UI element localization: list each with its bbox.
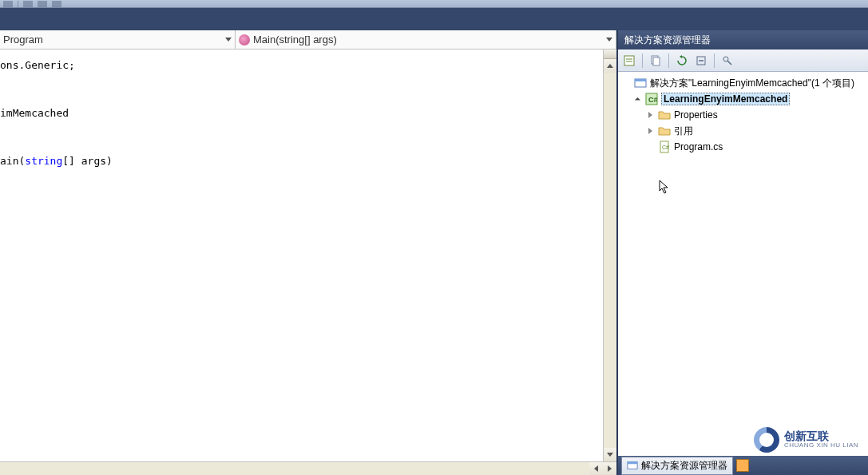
svg-rect-12	[628, 462, 637, 465]
main-toolbar[interactable]	[0, 0, 868, 8]
project-node[interactable]: C# LearningEnyimMemcached	[620, 91, 866, 107]
view-code-icon[interactable]	[719, 53, 735, 69]
code-editor[interactable]: ons.Generic; imMemcached ain(string[] ar…	[0, 49, 603, 461]
solution-node[interactable]: 解决方案"LearningEnyimMemcached"(1 个项目)	[620, 75, 866, 91]
member-dropdown[interactable]: Main(string[] args)	[236, 30, 616, 49]
svg-rect-6	[635, 79, 646, 81]
toolbox-tab-icon[interactable]	[736, 459, 749, 472]
toolbar-icon[interactable]	[38, 1, 47, 7]
chevron-left-icon	[594, 465, 598, 472]
code-line: imMemcached	[0, 107, 69, 119]
toolbar-icon[interactable]	[23, 1, 33, 7]
chevron-down-icon	[607, 453, 613, 457]
scroll-right-button[interactable]	[603, 462, 616, 475]
collapse-all-icon[interactable]	[693, 53, 709, 69]
properties-node[interactable]: Properties	[620, 107, 866, 123]
toolbar-separator	[18, 1, 18, 7]
scroll-up-button[interactable]	[604, 59, 616, 73]
toolbar-separator	[668, 53, 669, 68]
svg-rect-0	[624, 56, 634, 65]
properties-icon[interactable]	[621, 53, 637, 69]
csharp-project-icon: C#	[645, 93, 658, 105]
references-icon	[658, 125, 671, 137]
class-dropdown[interactable]: Program	[0, 30, 236, 49]
chevron-down-icon	[606, 38, 612, 42]
cs-file-icon: C#	[658, 141, 671, 153]
properties-label: Properties	[674, 109, 718, 121]
splitter-handle[interactable]	[604, 49, 616, 59]
member-dropdown-label: Main(string[] args)	[253, 34, 337, 46]
expander-icon[interactable]	[632, 94, 642, 104]
refresh-icon[interactable]	[674, 53, 690, 69]
expander-spacer	[645, 142, 655, 152]
watermark-logo-icon	[754, 427, 779, 453]
svg-text:C#: C#	[662, 144, 669, 150]
solution-label: 解决方案"LearningEnyimMemcached"(1 个项目)	[650, 77, 854, 90]
chevron-right-icon	[608, 465, 612, 472]
vertical-scrollbar[interactable]	[603, 49, 616, 461]
editor-nav-bar: Program Main(string[] args)	[0, 30, 616, 49]
toolbar-separator	[714, 53, 715, 68]
svg-rect-2	[653, 57, 660, 65]
chevron-down-icon	[225, 38, 232, 42]
references-label: 引用	[674, 125, 693, 138]
toolbar-separator	[642, 53, 643, 68]
footer-tab-label: 解决方案资源管理器	[641, 459, 727, 473]
file-label: Program.cs	[674, 141, 723, 152]
panel-title-text: 解决方案资源管理器	[624, 34, 711, 47]
solution-tree[interactable]: 解决方案"LearningEnyimMemcached"(1 个项目) C# L…	[618, 72, 868, 456]
solution-explorer-panel: 解决方案资源管理器	[616, 30, 868, 475]
watermark-cn: 创新互联	[784, 430, 858, 442]
code-line: ons.Generic;	[0, 59, 75, 71]
show-all-files-icon[interactable]	[648, 53, 664, 69]
expander-icon[interactable]	[645, 110, 655, 120]
class-dropdown-label: Program	[3, 34, 43, 46]
file-node[interactable]: C# Program.cs	[620, 139, 866, 155]
expander-icon[interactable]	[645, 126, 655, 136]
folder-icon	[658, 109, 671, 121]
chevron-up-icon	[607, 64, 613, 68]
watermark-en: CHUANG XIN HU LIAN	[784, 442, 858, 449]
horizontal-scrollbar[interactable]	[0, 461, 616, 475]
solution-icon	[634, 77, 647, 89]
scroll-left-button[interactable]	[589, 462, 603, 475]
svg-text:C#: C#	[648, 96, 658, 104]
watermark: 创新互联 CHUANG XIN HU LIAN	[749, 424, 863, 456]
code-editor-area: Program Main(string[] args) ons.Generic;…	[0, 30, 616, 475]
solution-explorer-tab[interactable]: 解决方案资源管理器	[621, 457, 733, 475]
panel-footer: 解决方案资源管理器	[618, 456, 868, 475]
solution-explorer-icon	[627, 460, 638, 471]
references-node[interactable]: 引用	[620, 123, 866, 139]
expander-icon[interactable]	[621, 78, 631, 88]
panel-title-bar[interactable]: 解决方案资源管理器	[618, 30, 868, 49]
panel-toolbar	[618, 49, 868, 72]
toolbar-icon[interactable]	[52, 1, 61, 7]
method-icon	[239, 34, 250, 46]
scroll-down-button[interactable]	[604, 448, 616, 461]
toolbar-icon[interactable]	[3, 1, 13, 7]
project-label: LearningEnyimMemcached	[661, 93, 790, 105]
tab-strip	[0, 8, 868, 30]
